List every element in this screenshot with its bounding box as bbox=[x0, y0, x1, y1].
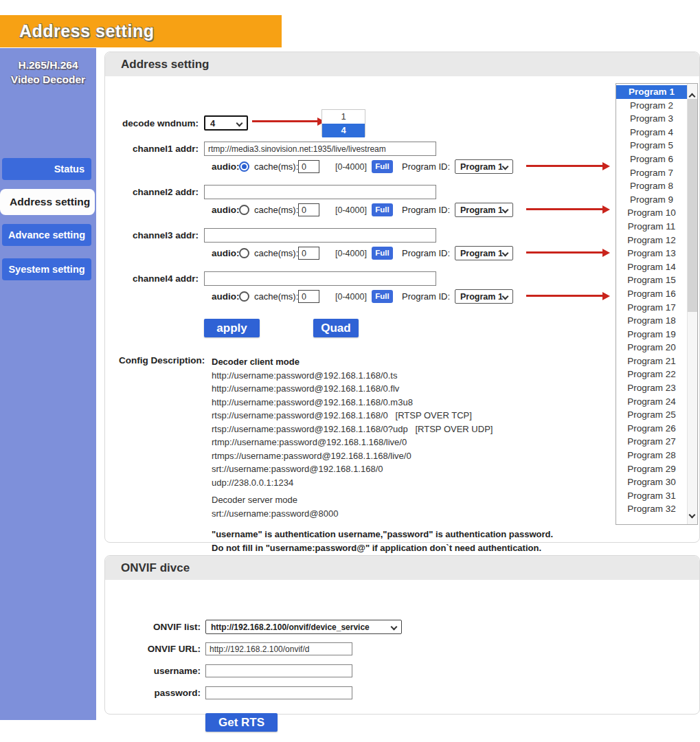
program-id-value: Program 1 bbox=[460, 249, 503, 258]
full-button[interactable]: Full bbox=[372, 160, 393, 173]
device-title-line2: Video Decoder bbox=[0, 72, 96, 87]
program-list-item[interactable]: Program 7 bbox=[616, 166, 687, 180]
config-line: rtmp://username:password@192.168.1.168/l… bbox=[212, 436, 553, 449]
program-list-item[interactable]: Program 14 bbox=[616, 260, 687, 274]
program-list-item[interactable]: Program 27 bbox=[616, 435, 687, 449]
program-list-item[interactable]: Program 12 bbox=[616, 234, 687, 247]
program-id-select[interactable]: Program 1 bbox=[455, 159, 513, 174]
channel-addr-label: channel3 addr: bbox=[105, 228, 199, 243]
config-line: http://username:password@192.168.1.168/0… bbox=[212, 382, 553, 396]
program-list-item[interactable]: Program 24 bbox=[616, 395, 687, 409]
program-id-label: Program ID: bbox=[402, 161, 450, 172]
device-title: H.265/H.264 Video Decoder bbox=[0, 58, 96, 87]
channel-addr-input[interactable] bbox=[204, 185, 436, 199]
program-list-item[interactable]: Program 20 bbox=[616, 341, 687, 355]
program-id-label: Program ID: bbox=[402, 291, 450, 302]
program-list-item[interactable]: Program 17 bbox=[616, 301, 687, 315]
address-setting-panel: Address setting decode wndnum: 4 1 4 cha… bbox=[104, 52, 700, 543]
cache-input[interactable] bbox=[298, 203, 319, 216]
program-list-scrollbar[interactable] bbox=[687, 84, 697, 524]
config-line: udp://238.0.0.1:1234 bbox=[212, 476, 553, 490]
full-button[interactable]: Full bbox=[372, 203, 393, 216]
program-list-item[interactable]: Program 31 bbox=[616, 489, 687, 503]
program-list-item[interactable]: Program 11 bbox=[616, 220, 687, 234]
program-list-item[interactable]: Program 13 bbox=[616, 247, 687, 260]
sidebar-item-system-setting[interactable]: Syestem setting bbox=[2, 258, 91, 280]
scrollbar-thumb[interactable] bbox=[688, 99, 697, 312]
program-list-item[interactable]: Program 8 bbox=[616, 179, 687, 193]
cache-input[interactable] bbox=[298, 247, 319, 260]
program-list-item[interactable]: Program 25 bbox=[616, 408, 687, 422]
onvif-list-select[interactable]: http://192.168.2.100/onvif/device_servic… bbox=[205, 620, 402, 634]
audio-label: audio: bbox=[212, 205, 240, 215]
program-id-value: Program 1 bbox=[460, 292, 503, 302]
program-id-select[interactable]: Program 1 bbox=[455, 203, 513, 217]
audio-radio[interactable] bbox=[239, 291, 249, 302]
channel-addr-input[interactable] bbox=[204, 142, 436, 156]
program-list-item[interactable]: Program 21 bbox=[616, 355, 687, 368]
get-rts-button[interactable]: Get RTS bbox=[205, 713, 278, 732]
cache-input[interactable] bbox=[298, 290, 319, 303]
onvif-url-input[interactable] bbox=[205, 642, 352, 655]
program-id-select[interactable]: Program 1 bbox=[455, 246, 513, 260]
decode-option-4[interactable]: 4 bbox=[322, 124, 365, 137]
chevron-down-icon bbox=[502, 293, 509, 300]
program-list-item[interactable]: Program 16 bbox=[616, 287, 687, 301]
cache-input[interactable] bbox=[298, 160, 319, 173]
page-banner-title: Address setting bbox=[19, 21, 154, 41]
program-list-item[interactable]: Program 26 bbox=[616, 422, 687, 436]
chevron-down-icon bbox=[236, 120, 243, 126]
decode-wndnum-value: 4 bbox=[210, 118, 215, 128]
program-list-item[interactable]: Program 1 bbox=[616, 85, 687, 99]
program-list-item[interactable]: Program 2 bbox=[616, 99, 687, 113]
program-list-item[interactable]: Program 29 bbox=[616, 462, 687, 476]
audio-radio[interactable] bbox=[239, 248, 249, 258]
sidebar-item-address-setting[interactable]: Address setting bbox=[0, 189, 95, 215]
full-button[interactable]: Full bbox=[372, 290, 393, 303]
program-list-item[interactable]: Program 28 bbox=[616, 449, 687, 462]
program-list-item[interactable]: Program 3 bbox=[616, 112, 687, 126]
apply-button[interactable]: apply bbox=[204, 319, 260, 337]
config-line: "username" is authentication username,"p… bbox=[212, 528, 553, 541]
channel-addr-input[interactable] bbox=[204, 271, 436, 286]
program-list-item[interactable]: Program 4 bbox=[616, 126, 687, 139]
program-list-item[interactable]: Program 30 bbox=[616, 475, 687, 489]
sidebar-item-status[interactable]: Status bbox=[2, 158, 91, 180]
cache-label: cache(ms): bbox=[254, 248, 298, 258]
channel-addr-input[interactable] bbox=[204, 228, 436, 243]
program-list-item[interactable]: Program 10 bbox=[616, 206, 687, 220]
config-line: http://username:password@192.168.1.168/0… bbox=[212, 369, 553, 383]
program-list-item[interactable]: Program 15 bbox=[616, 273, 687, 287]
red-arrow-channel bbox=[526, 295, 603, 297]
program-list-item[interactable]: Program 23 bbox=[616, 381, 687, 395]
decode-wndnum-select[interactable]: 4 bbox=[204, 115, 248, 131]
program-id-select[interactable]: Program 1 bbox=[455, 289, 513, 304]
program-list-item[interactable]: Program 18 bbox=[616, 314, 687, 328]
program-list-item[interactable]: Program 19 bbox=[616, 328, 687, 341]
decode-option-1[interactable]: 1 bbox=[322, 110, 365, 124]
onvif-panel-header: ONVIF divce bbox=[105, 556, 699, 580]
audio-radio[interactable] bbox=[239, 205, 249, 215]
username-input[interactable] bbox=[205, 664, 352, 677]
program-list-item[interactable]: Program 9 bbox=[616, 193, 687, 207]
program-list-item[interactable]: Program 5 bbox=[616, 139, 687, 153]
cache-range-hint: [0-4000] bbox=[335, 205, 367, 215]
onvif-panel-title: ONVIF divce bbox=[121, 561, 190, 575]
password-label: password: bbox=[105, 686, 201, 700]
page-banner: Address setting bbox=[0, 15, 282, 47]
program-list-item[interactable]: Program 22 bbox=[616, 368, 687, 381]
password-input[interactable] bbox=[205, 686, 352, 699]
audio-radio[interactable] bbox=[239, 161, 249, 172]
channel-audio-row: audio: cache(ms): [0-4000] Full Program … bbox=[105, 203, 627, 218]
sidebar-item-advance-setting[interactable]: Advance setting bbox=[2, 224, 91, 246]
address-panel-header: Address setting bbox=[105, 52, 699, 76]
program-list-item[interactable]: Program 6 bbox=[616, 153, 687, 166]
program-list-item[interactable]: Program 32 bbox=[616, 502, 687, 516]
config-line: rtsp://username:password@192.168.1.168/0… bbox=[212, 409, 553, 423]
chevron-down-icon bbox=[502, 250, 509, 257]
scroll-up-icon[interactable] bbox=[690, 89, 695, 102]
sidebar: H.265/H.264 Video Decoder Status Address… bbox=[0, 48, 96, 720]
full-button[interactable]: Full bbox=[372, 247, 393, 260]
scroll-down-icon[interactable] bbox=[690, 508, 695, 520]
quad-button[interactable]: Quad bbox=[313, 319, 359, 337]
